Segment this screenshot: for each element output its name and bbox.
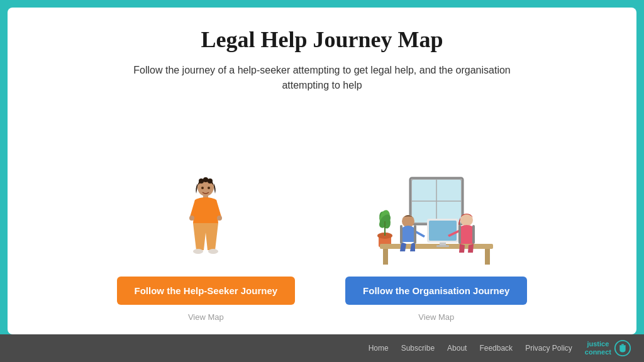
org-illustration [374, 175, 499, 269]
svg-rect-32 [414, 225, 416, 244]
organisation-view-map-link[interactable]: View Map [418, 312, 454, 322]
svg-rect-34 [472, 225, 475, 244]
logo-text: justice connect [585, 340, 611, 356]
journey-cards-container: Follow the Help-Seeker Journey View Map [117, 106, 528, 322]
footer-link-about[interactable]: About [447, 344, 467, 353]
main-card: Legal Help Journey Map Follow the journe… [8, 8, 636, 334]
svg-rect-28 [436, 245, 449, 247]
svg-rect-24 [485, 249, 490, 265]
svg-rect-33 [458, 225, 461, 244]
svg-rect-23 [383, 249, 388, 265]
svg-rect-26 [429, 221, 457, 241]
org-figure [374, 176, 499, 269]
page-subtitle: Follow the journey of a help-seeker atte… [133, 63, 511, 93]
justice-connect-logo-icon [614, 339, 631, 357]
svg-rect-27 [440, 243, 446, 245]
helpseeker-card: Follow the Help-Seeker Journey View Map [117, 175, 296, 322]
footer-link-feedback[interactable]: Feedback [479, 344, 513, 353]
svg-point-10 [208, 187, 210, 189]
svg-point-6 [217, 216, 222, 221]
footer-logo: justice connect [585, 339, 631, 357]
svg-point-9 [201, 187, 204, 189]
footer-link-home[interactable]: Home [369, 344, 389, 353]
footer-link-privacy[interactable]: Privacy Policy [525, 344, 572, 353]
svg-point-7 [193, 249, 203, 254]
organisation-card: Follow the Organisation Journey View Map [345, 175, 527, 322]
footer-nav: Home Subscribe About Feedback Privacy Po… [369, 344, 572, 353]
organisation-journey-button[interactable]: Follow the Organisation Journey [345, 277, 527, 305]
footer-link-subscribe[interactable]: Subscribe [401, 344, 435, 353]
helpseeker-view-map-link[interactable]: View Map [188, 312, 224, 322]
svg-point-8 [208, 249, 218, 254]
footer: Home Subscribe About Feedback Privacy Po… [0, 334, 644, 362]
svg-point-1 [199, 178, 204, 184]
svg-point-2 [203, 177, 208, 182]
page-title: Legal Help Journey Map [201, 26, 443, 53]
helpseeker-journey-button[interactable]: Follow the Help-Seeker Journey [117, 277, 296, 305]
svg-rect-31 [400, 225, 402, 244]
helpseeker-figure [184, 176, 228, 269]
svg-point-5 [189, 216, 194, 221]
helpseeker-illustration [184, 175, 228, 269]
svg-point-3 [208, 178, 213, 184]
